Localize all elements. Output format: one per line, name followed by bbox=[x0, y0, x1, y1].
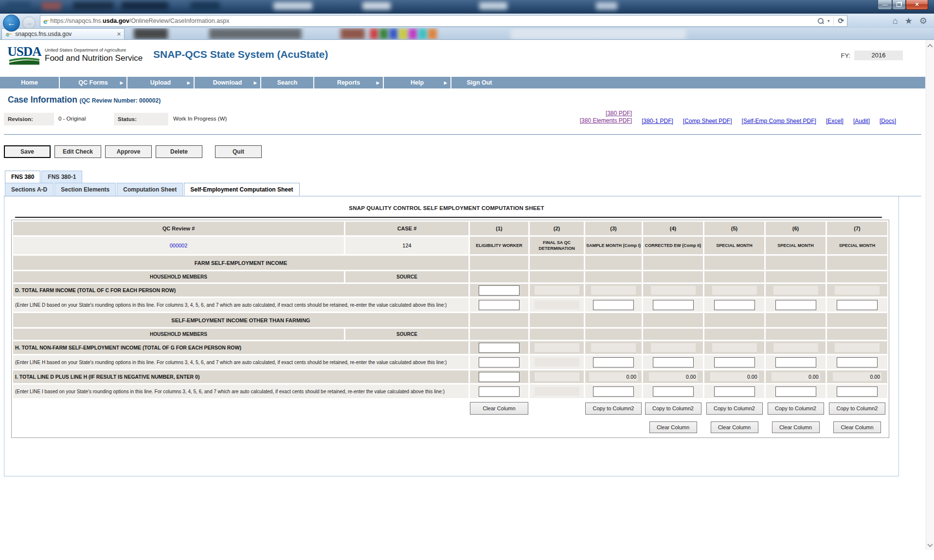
link-380-1-pdf[interactable]: [380-1 PDF] bbox=[642, 118, 673, 124]
scroll-up-icon[interactable] bbox=[927, 44, 933, 49]
titlebar-blur-decor bbox=[362, 2, 391, 10]
line-i-rounded-col4-input[interactable] bbox=[653, 386, 694, 397]
copy-to-column2-col5-button[interactable]: Copy to Column2 bbox=[706, 402, 763, 415]
tab-fns-380-1[interactable]: FNS 380-1 bbox=[41, 171, 82, 183]
link-380-pdf[interactable]: [380 PDF] bbox=[606, 110, 632, 117]
disabled-field bbox=[835, 286, 880, 295]
disabled-field bbox=[535, 286, 579, 295]
line-h-col1-input[interactable] bbox=[479, 343, 520, 353]
link-excel[interactable]: [Excel] bbox=[826, 118, 844, 124]
qc-review-link[interactable]: 000002 bbox=[170, 243, 188, 248]
address-bar[interactable]: e https://snapqcs.fns.usda.gov/OnlineRev… bbox=[40, 15, 847, 27]
line-d-rounded-col6-input[interactable] bbox=[775, 300, 816, 310]
home-icon[interactable]: ⌂ bbox=[893, 17, 898, 25]
minimize-button[interactable]: — bbox=[878, 0, 892, 10]
tabbar-blur-decor bbox=[418, 28, 427, 39]
approve-button[interactable]: Approve bbox=[105, 145, 152, 158]
tabbar-blur-decor bbox=[511, 28, 686, 39]
status-label: Status: bbox=[114, 113, 168, 125]
close-button[interactable]: ✕ bbox=[906, 0, 928, 10]
save-button[interactable]: Save bbox=[4, 145, 51, 158]
line-h-rounded-col7-input[interactable] bbox=[837, 357, 878, 368]
col-name-corrected-ew: CORRECTED EW (Comp II) bbox=[643, 237, 703, 254]
form-tabs: FNS 380 FNS 380-1 bbox=[4, 171, 921, 183]
back-button[interactable]: ← bbox=[3, 15, 20, 32]
nav-item-home[interactable]: Home bbox=[0, 77, 59, 88]
line-d-rounded-col1-input[interactable] bbox=[479, 300, 520, 310]
link-comp-sheet-pdf[interactable]: [Comp Sheet PDF] bbox=[683, 118, 732, 124]
tab-fns-380[interactable]: FNS 380 bbox=[5, 171, 40, 183]
search-icon[interactable] bbox=[817, 18, 824, 24]
nav-item-help[interactable]: Help▶ bbox=[383, 77, 450, 88]
edit-check-button[interactable]: Edit Check bbox=[54, 145, 101, 158]
copy-to-column2-col4-button[interactable]: Copy to Column2 bbox=[645, 402, 701, 415]
search-dropdown-icon[interactable]: ▾ bbox=[827, 18, 830, 23]
revision-value: 0 - Original bbox=[58, 116, 86, 122]
copy-to-column2-col3-button[interactable]: Copy to Column2 bbox=[585, 402, 642, 415]
clear-column-5-button[interactable]: Clear Column bbox=[711, 421, 758, 433]
line-i-col1-input[interactable] bbox=[479, 372, 520, 382]
forward-button[interactable]: → bbox=[22, 17, 36, 30]
settings-gear-icon[interactable]: ⚙ bbox=[919, 17, 927, 25]
line-d-rounded-col4-input[interactable] bbox=[653, 300, 694, 310]
link-docs[interactable]: [Docs] bbox=[880, 118, 896, 124]
nav-item-qc-forms[interactable]: QC Forms▶ bbox=[59, 77, 126, 88]
line-i-rounded-col5-input[interactable] bbox=[714, 386, 755, 397]
line-h-rounded-col3-input[interactable] bbox=[593, 357, 634, 368]
line-h-label: H. TOTAL NON-FARM SELF-EMPLOYMENT INCOME… bbox=[13, 341, 468, 354]
link-self-emp-comp-sheet-pdf[interactable]: [Self-Emp Comp Sheet PDF] bbox=[742, 118, 816, 124]
tab-section-elements[interactable]: Section Elements bbox=[54, 183, 116, 196]
delete-button[interactable]: Delete bbox=[156, 145, 202, 158]
vertical-scrollbar[interactable] bbox=[926, 40, 934, 550]
ie-page-icon: e bbox=[43, 17, 47, 25]
nav-item-sign-out[interactable]: Sign Out bbox=[450, 77, 507, 88]
line-i-label: I. TOTAL LINE D PLUS LINE H (IF RESULT I… bbox=[13, 370, 468, 383]
disabled-field bbox=[535, 343, 579, 352]
quit-button[interactable]: Quit bbox=[215, 145, 262, 158]
tab-sections-a-d[interactable]: Sections A-D bbox=[5, 183, 54, 196]
copy-to-column2-col6-button[interactable]: Copy to Column2 bbox=[768, 402, 824, 415]
nav-item-search[interactable]: Search bbox=[260, 77, 313, 88]
browser-tab[interactable]: e snapqcs.fns.usda.gov ✕ bbox=[1, 28, 125, 39]
col-header-5: (5) bbox=[704, 222, 764, 235]
url-text[interactable]: https://snapqcs.fns.usda.gov/OnlineRevie… bbox=[50, 18, 817, 24]
close-icon: ✕ bbox=[915, 1, 919, 8]
link-380-elements-pdf[interactable]: [380 Elements PDF] bbox=[580, 117, 632, 124]
line-d-rounded-col3-input[interactable] bbox=[593, 300, 634, 310]
col-name-sample-month: SAMPLE MONTH (Comp I) bbox=[585, 237, 642, 254]
nav-item-download[interactable]: Download▶ bbox=[194, 77, 260, 88]
line-h-rounded-col6-input[interactable] bbox=[775, 357, 816, 368]
line-d-rounded-col7-input[interactable] bbox=[837, 300, 878, 310]
nav-item-reports[interactable]: Reports▶ bbox=[313, 77, 383, 88]
tab-computation-sheet[interactable]: Computation Sheet bbox=[117, 183, 183, 196]
clear-column-7-button[interactable]: Clear Column bbox=[833, 421, 881, 433]
revision-status-row: Revision: 0 - Original Status: Work In P… bbox=[4, 113, 921, 129]
line-i-rounded-col6-input[interactable] bbox=[775, 386, 816, 397]
col-header-1: (1) bbox=[470, 222, 528, 235]
link-audit[interactable]: [Audit] bbox=[853, 118, 870, 124]
titlebar-blur-decor bbox=[479, 2, 507, 10]
disabled-field bbox=[651, 343, 696, 352]
clear-column-6-button[interactable]: Clear Column bbox=[772, 421, 820, 433]
refresh-icon[interactable]: ⟳ bbox=[838, 17, 844, 25]
maximize-button[interactable] bbox=[892, 0, 906, 10]
nav-item-upload[interactable]: Upload▶ bbox=[126, 77, 194, 88]
disabled-field bbox=[535, 372, 579, 381]
line-h-rounded-col4-input[interactable] bbox=[653, 357, 694, 368]
line-i-rounded-col3-input[interactable] bbox=[593, 386, 634, 397]
clear-column-4-button[interactable]: Clear Column bbox=[649, 421, 697, 433]
ie-tab-icon: e bbox=[6, 31, 9, 38]
copy-to-column2-col7-button[interactable]: Copy to Column2 bbox=[829, 402, 885, 415]
tab-self-employment-computation-sheet[interactable]: Self-Employment Computation Sheet bbox=[184, 183, 299, 196]
line-d-col1-input[interactable] bbox=[479, 285, 520, 296]
line-i-rounded-col7-input[interactable] bbox=[837, 386, 878, 397]
clear-column-1-button[interactable]: Clear Column bbox=[470, 402, 528, 415]
line-h-rounded-col5-input[interactable] bbox=[714, 357, 755, 368]
line-h-note-row: (Enter LINE H based on your State's roun… bbox=[13, 355, 887, 369]
line-i-rounded-col1-input[interactable] bbox=[479, 386, 520, 397]
line-h-rounded-col1-input[interactable] bbox=[479, 357, 520, 368]
tab-close-icon[interactable]: ✕ bbox=[117, 31, 121, 37]
favorites-star-icon[interactable]: ★ bbox=[905, 17, 913, 25]
scroll-down-icon[interactable] bbox=[927, 542, 933, 547]
line-d-rounded-col5-input[interactable] bbox=[714, 300, 755, 310]
